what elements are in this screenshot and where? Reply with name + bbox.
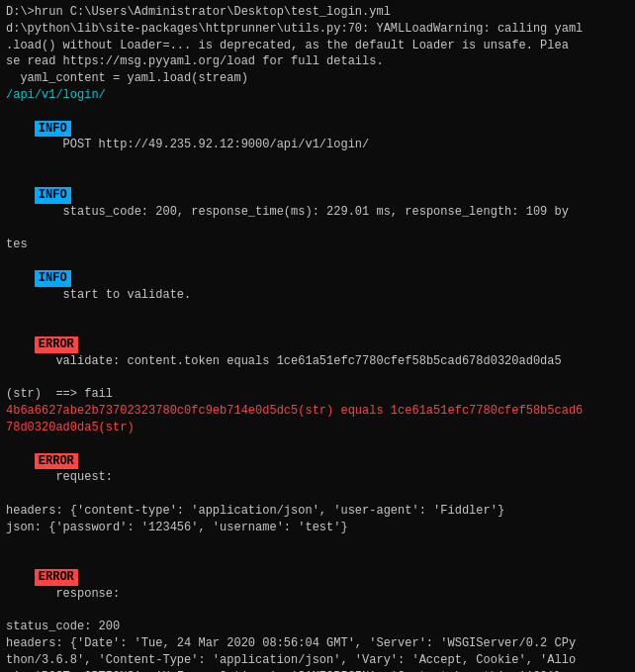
status-code-line: status_code: 200 bbox=[6, 619, 629, 635]
validate-start-text: start to validate. bbox=[35, 288, 191, 302]
warning-line-2: .load() without Loader=... is deprecated… bbox=[6, 38, 629, 54]
error-request-line: ERROR request: bbox=[6, 436, 629, 503]
error-badge-3: ERROR bbox=[35, 569, 78, 586]
headers-line: headers: {'content-type': 'application/j… bbox=[6, 503, 629, 520]
info-badge-3: INFO bbox=[35, 270, 71, 287]
info-status-line: INFO status_code: 200, response_time(ms)… bbox=[6, 170, 629, 237]
warning-line-1: d:\python\lib\site-packages\httprunner\u… bbox=[6, 21, 629, 38]
info-validate-line: INFO start to validate. bbox=[6, 253, 629, 320]
response-text: response: bbox=[35, 587, 120, 601]
info-badge-1: INFO bbox=[35, 121, 71, 138]
api-path-1: /api/v1/login/ bbox=[6, 87, 629, 104]
terminal-window: D:\>hrun C:\Users\Administrator\Desktop\… bbox=[0, 0, 635, 672]
status-text: status_code: 200, response_time(ms): 229… bbox=[35, 205, 569, 219]
info-badge-2: INFO bbox=[35, 187, 71, 204]
error-detail-line-1: 4b6a6627abe2b73702323780c0fc9eb714e0d5dc… bbox=[6, 403, 629, 420]
bytes-line: tes bbox=[6, 237, 629, 253]
error-detail-line-2: 78d0320ad0da5(str) bbox=[6, 420, 629, 436]
error-badge-2: ERROR bbox=[35, 453, 78, 470]
yaml-content-line: yaml_content = yaml.load(stream) bbox=[6, 70, 629, 87]
response-headers-line-1: headers: {'Date': 'Tue, 24 Mar 2020 08:5… bbox=[6, 635, 629, 652]
validate-error-text: validate: content.token equals 1ce61a51e… bbox=[35, 354, 562, 368]
request-text: request: bbox=[35, 470, 113, 484]
blank-1 bbox=[6, 536, 629, 553]
response-headers-line-2: thon/3.6.8', 'Content-Type': 'applicatio… bbox=[6, 652, 629, 669]
post-text: POST http://49.235.92.12:9000/api/v1/log… bbox=[35, 138, 369, 151]
error-validate-line: ERROR validate: content.token equals 1ce… bbox=[6, 320, 629, 386]
warning-line-3: se read https://msg.pyyaml.org/load for … bbox=[6, 53, 629, 70]
error-badge-1: ERROR bbox=[35, 336, 78, 353]
command-line: D:\>hrun C:\Users\Administrator\Desktop\… bbox=[6, 4, 629, 21]
error-str-line: (str) ==> fail bbox=[6, 386, 629, 403]
error-response-line: ERROR response: bbox=[6, 552, 629, 619]
info-post-line: INFO POST http://49.235.92.12:9000/api/v… bbox=[6, 104, 629, 170]
json-line: json: {'password': '123456', 'username':… bbox=[6, 520, 629, 536]
